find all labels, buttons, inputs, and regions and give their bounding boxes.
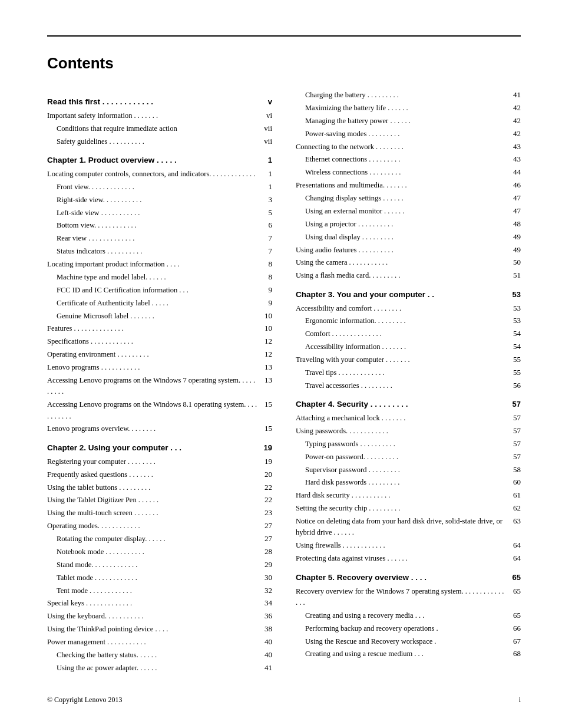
page-num: 64: [509, 539, 521, 551]
page-num: 42: [509, 102, 521, 114]
toc-entry: Attaching a mechanical lock . . . . . . …: [296, 412, 521, 424]
toc-entry: Charging the battery . . . . . . . . .41: [296, 89, 521, 101]
toc-entry: Setting the security chip . . . . . . . …: [296, 502, 521, 514]
page-num: 65: [509, 610, 521, 621]
toc-entry: Using the Tablet Digitizer Pen . . . . .…: [47, 494, 272, 506]
entry-text: Locating computer controls, connectors, …: [47, 169, 258, 180]
page-num: 9: [260, 284, 272, 296]
page-num: 27: [260, 520, 272, 532]
toc-entry: Using the camera . . . . . . . . . . .50: [296, 256, 521, 268]
entry-text: Using passwords. . . . . . . . . . . .: [296, 426, 507, 437]
entry-text: Power-on password. . . . . . . . . .: [305, 452, 507, 463]
entry-text: Chapter 3. You and your computer . .: [296, 289, 507, 301]
toc-entry: Specifications . . . . . . . . . . . .12: [47, 335, 272, 347]
entry-text: Using the Tablet Digitizer Pen . . . . .…: [47, 495, 258, 506]
right-column: Charging the battery . . . . . . . . .41…: [296, 89, 521, 675]
entry-text: Registering your computer . . . . . . . …: [47, 456, 258, 467]
entry-text: Creating and using a recovery media . . …: [305, 610, 507, 621]
entry-text: Hard disk passwords . . . . . . . . .: [305, 477, 507, 488]
toc-entry: Special keys . . . . . . . . . . . . .34: [47, 597, 272, 609]
toc-entry: Typing passwords . . . . . . . . . .57: [296, 438, 521, 450]
entry-text: Operating modes. . . . . . . . . . . .: [47, 521, 258, 532]
toc-entry: Chapter 2. Using your computer . . .19: [47, 442, 272, 454]
entry-text: Machine type and model label. . . . . .: [57, 272, 258, 283]
page-num: 57: [509, 425, 521, 437]
entry-text: FCC ID and IC Certification information …: [57, 285, 258, 296]
page-num: 8: [260, 258, 272, 270]
page-num: 44: [509, 166, 521, 178]
page-num: vii: [260, 123, 272, 134]
page-num: 51: [509, 269, 521, 281]
entry-text: Specifications . . . . . . . . . . . .: [47, 336, 258, 347]
entry-text: Frequently asked questions . . . . . . .: [47, 469, 258, 480]
toc-entry: Traveling with your computer . . . . . .…: [296, 354, 521, 365]
toc-entry: Important safety information . . . . . .…: [47, 110, 272, 121]
toc-entry: Lenovo programs overview. . . . . . . .1…: [47, 423, 272, 434]
page-num: 29: [260, 559, 272, 571]
toc-entry: Recovery overview for the Windows 7 oper…: [296, 585, 521, 609]
toc-entry: Performing backup and recovery operation…: [296, 622, 521, 634]
entry-text: Rotating the computer display. . . . . .: [57, 533, 258, 545]
entry-text: Tent mode . . . . . . . . . . . .: [57, 585, 258, 597]
page-num: 43: [509, 153, 521, 165]
entry-text: Performing backup and recovery operation…: [305, 623, 507, 634]
page-num: 42: [509, 128, 521, 140]
toc-entry: FCC ID and IC Certification information …: [47, 284, 272, 296]
page-num: 41: [509, 89, 521, 101]
page-num: 47: [509, 192, 521, 204]
page-num: 49: [509, 231, 521, 243]
toc-entry: Using a flash media card. . . . . . . . …: [296, 269, 521, 281]
page-num: 50: [509, 256, 521, 268]
toc-entry: Accessing Lenovo programs on the Windows…: [47, 374, 272, 398]
toc-entry: Travel accessories . . . . . . . . .56: [296, 380, 521, 391]
toc-entry: Tablet mode . . . . . . . . . . . .30: [47, 572, 272, 584]
page-num: 13: [260, 361, 272, 373]
page-num: 46: [509, 179, 521, 191]
toc-entry: Using the tablet buttons . . . . . . . .…: [47, 482, 272, 493]
entry-text: Accessibility and comfort . . . . . . . …: [296, 303, 507, 314]
page-num: 53: [509, 315, 521, 327]
page-title: Contents: [47, 54, 521, 73]
entry-text: Accessing Lenovo programs on the Windows…: [47, 399, 258, 422]
page-num: 40: [260, 636, 272, 648]
toc-entry: Creating and using a rescue medium . . .…: [296, 648, 521, 660]
entry-text: Attaching a mechanical lock . . . . . . …: [296, 413, 507, 424]
page-num: 54: [509, 328, 521, 340]
toc-entry: Creating and using a recovery media . . …: [296, 610, 521, 621]
page-num: 57: [509, 398, 521, 410]
page-num: 41: [260, 662, 272, 674]
toc-entry: Frequently asked questions . . . . . . .…: [47, 469, 272, 480]
entry-text: Changing display settings . . . . . .: [305, 193, 507, 204]
page-num: 62: [509, 502, 521, 514]
page-num: 43: [509, 141, 521, 153]
toc-entry: Accessing Lenovo programs on the Windows…: [47, 398, 272, 422]
entry-text: Status indicators . . . . . . . . . .: [57, 246, 258, 257]
page-num: 22: [260, 482, 272, 493]
page-num: 55: [509, 367, 521, 378]
entry-text: Chapter 2. Using your computer . . .: [47, 442, 258, 454]
entry-text: Special keys . . . . . . . . . . . . .: [47, 598, 258, 609]
toc-entry: Bottom view. . . . . . . . . . . .6: [47, 219, 272, 231]
toc-columns: Read this first . . . . . . . . . . . .v…: [47, 89, 521, 675]
toc-entry: Using dual display . . . . . . . . .49: [296, 231, 521, 243]
entry-text: Bottom view. . . . . . . . . . . .: [57, 220, 258, 231]
page: Contents Read this first . . . . . . . .…: [0, 0, 562, 728]
toc-entry: Hard disk passwords . . . . . . . . .60: [296, 476, 521, 488]
page-num: v: [260, 96, 272, 108]
page-num: 64: [509, 552, 521, 564]
page-num: 65: [509, 572, 521, 584]
entry-text: Comfort . . . . . . . . . . . . . .: [305, 328, 507, 340]
page-num: 47: [509, 205, 521, 217]
entry-text: Operating environment . . . . . . . . .: [47, 349, 258, 360]
toc-entry: Using the multi-touch screen . . . . . .…: [47, 507, 272, 519]
toc-entry: Chapter 1. Product overview . . . . .1: [47, 154, 272, 167]
page-num: 27: [260, 533, 272, 545]
entry-text: Genuine Microsoft label . . . . . . .: [57, 311, 258, 322]
toc-entry: Read this first . . . . . . . . . . . .v: [47, 96, 272, 108]
entry-text: Using dual display . . . . . . . . .: [305, 232, 507, 243]
entry-text: Important safety information . . . . . .…: [47, 110, 258, 121]
entry-text: Using the tablet buttons . . . . . . . .…: [47, 482, 258, 493]
entry-text: Read this first . . . . . . . . . . . .: [47, 96, 258, 108]
page-num: 55: [509, 354, 521, 365]
page-num: 53: [509, 302, 521, 314]
